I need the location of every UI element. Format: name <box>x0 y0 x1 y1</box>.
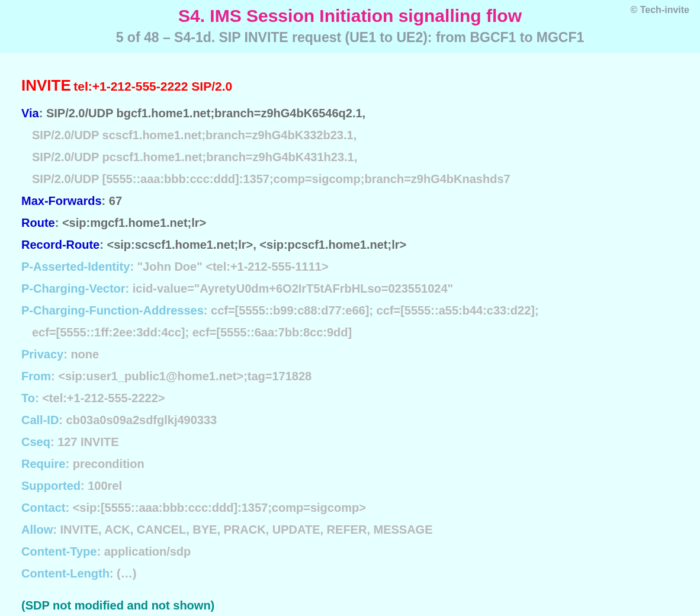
header-name: Call-ID <box>21 413 59 426</box>
content-type-header: Content-Type: application/sdp <box>21 544 688 559</box>
page-subtitle: 5 of 48 – S4-1d. SIP INVITE request (UE1… <box>12 30 688 46</box>
request-line: INVITE tel:+1-212-555-2222 SIP/2.0 <box>21 76 688 95</box>
contact-header: Contact: <sip:[5555::aaa:bbb:ccc:ddd]:13… <box>21 500 688 515</box>
header-name: Via <box>21 107 39 120</box>
from-header: From: <sip:user1_public1@home1.net>;tag=… <box>21 368 688 384</box>
max-forwards-header: Max-Forwards: 67 <box>21 193 688 208</box>
header-name: From <box>21 370 51 383</box>
header-value: <sip:user1_public1@home1.net>;tag=171828 <box>58 370 312 383</box>
privacy-header: Privacy: none <box>21 346 688 362</box>
header-value: <sip:scscf1.home1.net;lr>, <sip:pcscf1.h… <box>107 238 406 251</box>
require-header: Require: precondition <box>21 456 688 471</box>
header-name: P-Charging-Vector <box>21 282 126 295</box>
header-name: Privacy <box>21 348 63 361</box>
header-name: Content-Length <box>21 567 110 580</box>
copyright: © Tech-invite <box>630 5 689 15</box>
sip-method: INVITE <box>21 76 71 94</box>
header-name: To <box>21 392 35 405</box>
p-charging-function-addresses-header: P-Charging-Function-Addresses: ccf=[5555… <box>21 303 688 318</box>
to-header: To: <tel:+1-212-555-2222> <box>21 390 688 406</box>
content-length-header: Content-Length: (…) <box>21 566 688 581</box>
header-value: icid-value="AyretyU0dm+6O2IrT5tAFrbHLso=… <box>133 282 453 295</box>
p-charging-vector-header: P-Charging-Vector: icid-value="AyretyU0d… <box>21 281 688 296</box>
header-value: cb03a0s09a2sdfglkj490333 <box>66 413 217 426</box>
header-value: <tel:+1-212-555-2222> <box>42 392 165 405</box>
header: © Tech-invite S4. IMS Session Initiation… <box>0 0 700 53</box>
header-name: Max-Forwards <box>21 194 102 207</box>
header-name: Content-Type <box>21 545 97 558</box>
pcfa-cont: ecf=[5555::1ff:2ee:3dd:4cc]; ecf=[5555::… <box>32 325 688 340</box>
header-name: P-Asserted-Identity <box>21 260 130 273</box>
header-name: Supported <box>21 479 81 492</box>
via-cont: SIP/2.0/UDP [5555::aaa:bbb:ccc:ddd]:1357… <box>32 171 688 187</box>
header-value: INVITE, ACK, CANCEL, BYE, PRACK, UPDATE,… <box>60 523 433 536</box>
via-cont: SIP/2.0/UDP scscf1.home1.net;branch=z9hG… <box>32 127 688 143</box>
header-name: Cseq <box>21 435 50 448</box>
header-name: Contact <box>21 501 65 514</box>
allow-header: Allow: INVITE, ACK, CANCEL, BYE, PRACK, … <box>21 522 688 537</box>
header-value: <sip:mgcf1.home1.net;lr> <box>62 216 206 229</box>
header-name: Require <box>21 457 65 470</box>
header-name: P-Charging-Function-Addresses <box>21 304 204 317</box>
header-name: Route <box>21 216 55 229</box>
header-value: 127 INVITE <box>57 435 118 448</box>
p-asserted-identity-header: P-Asserted-Identity: "John Doe" <tel:+1-… <box>21 259 688 274</box>
page-title: S4. IMS Session Initiation signalling fl… <box>12 6 688 26</box>
header-value: none <box>70 348 99 361</box>
supported-header: Supported: 100rel <box>21 478 688 493</box>
header-value: 67 <box>109 194 122 207</box>
record-route-header: Record-Route: <sip:scscf1.home1.net;lr>,… <box>21 237 688 252</box>
header-value: "John Doe" <tel:+1-212-555-1111> <box>137 260 329 273</box>
call-id-header: Call-ID: cb03a0s09a2sdfglkj490333 <box>21 412 688 428</box>
header-value: ccf=[5555::b99:c88:d77:e66]; ccf=[5555::… <box>211 304 539 317</box>
header-value: 100rel <box>88 479 122 492</box>
header-value: <sip:[5555::aaa:bbb:ccc:ddd]:1357;comp=s… <box>73 501 366 514</box>
request-uri: tel:+1-212-555-2222 SIP/2.0 <box>73 79 232 93</box>
header-value: SIP/2.0/UDP bgcf1.home1.net;branch=z9hG4… <box>46 107 365 120</box>
header-value: application/sdp <box>104 545 191 558</box>
header-value: precondition <box>73 457 145 470</box>
header-value: (…) <box>117 567 136 580</box>
cseq-header: Cseq: 127 INVITE <box>21 434 688 450</box>
sdp-note: (SDP not modified and not shown) <box>21 599 688 612</box>
via-cont: SIP/2.0/UDP pcscf1.home1.net;branch=z9hG… <box>32 149 688 165</box>
header-name: Allow <box>21 523 53 536</box>
sip-message-content: INVITE tel:+1-212-555-2222 SIP/2.0 Via: … <box>0 53 700 616</box>
via-header: Via: SIP/2.0/UDP bgcf1.home1.net;branch=… <box>21 105 688 121</box>
route-header: Route: <sip:mgcf1.home1.net;lr> <box>21 215 688 230</box>
header-name: Record-Route <box>21 238 99 251</box>
